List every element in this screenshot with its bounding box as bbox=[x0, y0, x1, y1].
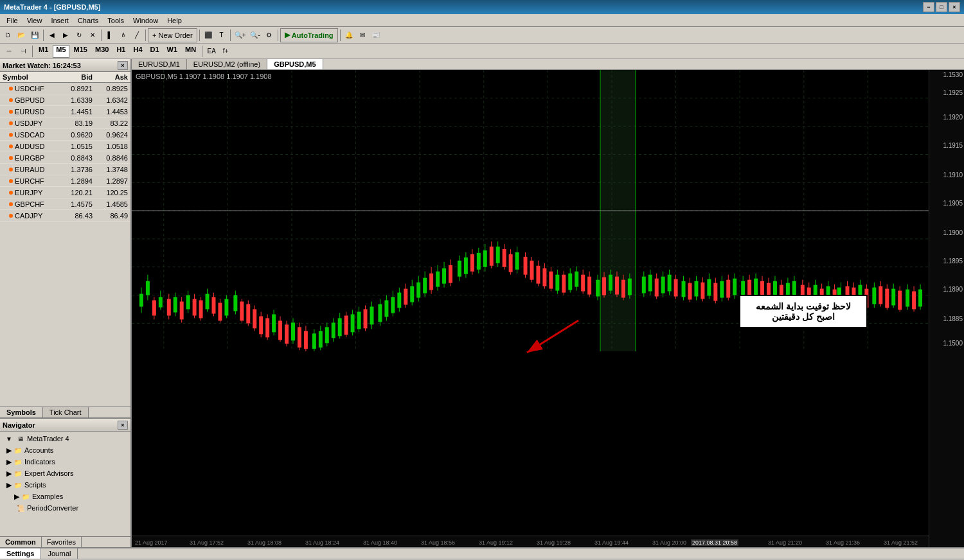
tf-m30[interactable]: M30 bbox=[92, 45, 112, 58]
nav-item-accounts[interactable]: ▶📁Accounts bbox=[1, 444, 129, 456]
refresh-btn[interactable]: ↻ bbox=[73, 28, 85, 42]
mw-row-eurusd[interactable]: EURUSD 1.4451 1.4453 bbox=[0, 106, 130, 118]
nav-item-indicators[interactable]: ▶📁Indicators bbox=[1, 456, 129, 468]
sep1 bbox=[43, 30, 44, 41]
mw-row-eurchf[interactable]: EURCHF 1.2894 1.2897 bbox=[0, 175, 130, 187]
autotrading-btn[interactable]: ▶ AutoTrading bbox=[280, 28, 338, 42]
chart-candle-btn[interactable]: 🕯 bbox=[117, 28, 130, 42]
menu-tools[interactable]: Tools bbox=[103, 16, 128, 25]
sep2 bbox=[101, 30, 102, 41]
tf-d1[interactable]: D1 bbox=[147, 45, 163, 58]
mw-symbol-name: EURCHF bbox=[0, 177, 60, 185]
sep3 bbox=[145, 30, 146, 41]
zoom-out-btn[interactable]: 🔍- bbox=[248, 28, 262, 42]
mw-row-audusd[interactable]: AUDUSD 1.0515 1.0518 bbox=[0, 141, 130, 152]
nav-item-examples[interactable]: ▶📁Examples bbox=[1, 491, 129, 502]
tf-mn[interactable]: MN bbox=[182, 45, 199, 58]
chart-line-btn[interactable]: ╱ bbox=[130, 28, 143, 42]
tf-h4[interactable]: H4 bbox=[130, 45, 145, 58]
mw-row-usdjpy[interactable]: USDJPY 83.19 83.22 bbox=[0, 118, 130, 129]
mw-ask-val: 86.49 bbox=[95, 212, 130, 220]
mw-row-gbpusd[interactable]: GBPUSD 1.6339 1.6342 bbox=[0, 94, 130, 106]
svg-rect-119 bbox=[458, 261, 461, 277]
nav-folder-icon: 📁 bbox=[13, 480, 23, 490]
mw-ask-val: 1.4453 bbox=[95, 108, 130, 116]
bottom-tab-journal[interactable]: Journal bbox=[41, 548, 78, 559]
tf-m1[interactable]: M1 bbox=[35, 45, 51, 58]
menu-view[interactable]: View bbox=[23, 16, 46, 25]
template-btn[interactable]: T bbox=[215, 28, 228, 42]
market-watch-tabs: Symbols Tick Chart bbox=[0, 407, 130, 417]
expert-btn[interactable]: EA bbox=[205, 44, 218, 58]
nav-tab-common[interactable]: Common bbox=[0, 537, 42, 547]
fwd-btn[interactable]: ▶ bbox=[59, 28, 72, 42]
mw-bid-val: 83.19 bbox=[60, 119, 95, 127]
mw-row-eurjpy[interactable]: EURJPY 120.21 120.25 bbox=[0, 187, 130, 198]
svg-rect-186 bbox=[674, 279, 678, 297]
menu-charts[interactable]: Charts bbox=[74, 16, 102, 25]
svg-rect-256 bbox=[906, 290, 909, 307]
tab-tick-chart[interactable]: Tick Chart bbox=[43, 407, 89, 417]
tf-w1[interactable]: W1 bbox=[164, 45, 181, 58]
stop-btn[interactable]: ✕ bbox=[86, 28, 99, 42]
annotation-arrow bbox=[514, 314, 591, 365]
mw-ask-val: 83.22 bbox=[95, 119, 130, 127]
mw-row-cadjpy[interactable]: CADJPY 86.43 86.49 bbox=[0, 210, 130, 222]
mw-row-euraud[interactable]: EURAUD 1.3736 1.3748 bbox=[0, 164, 130, 175]
nav-tab-favorites[interactable]: Favorites bbox=[42, 537, 82, 547]
tf-m5[interactable]: M5 bbox=[53, 45, 69, 58]
chart-tab-eurusd-m2[interactable]: EURUSD,M2 (offline) bbox=[187, 59, 267, 69]
tf-m15[interactable]: M15 bbox=[71, 45, 91, 58]
hline-tool[interactable]: ⊣ bbox=[17, 44, 30, 58]
mw-row-eurgbp[interactable]: EURGBP 0.8843 0.8846 bbox=[0, 152, 130, 164]
svg-rect-248 bbox=[879, 286, 882, 304]
menu-window[interactable]: Window bbox=[129, 16, 162, 25]
menu-insert[interactable]: Insert bbox=[47, 16, 73, 25]
new-order-btn[interactable]: + New Order bbox=[148, 28, 197, 42]
line-tool[interactable]: ─ bbox=[3, 44, 15, 58]
mw-symbol-name: GBPUSD bbox=[0, 96, 60, 104]
zoom-in-btn[interactable]: 🔍+ bbox=[233, 28, 248, 42]
svg-rect-53 bbox=[240, 302, 244, 321]
back-btn[interactable]: ◀ bbox=[46, 28, 58, 42]
navigator-close[interactable]: × bbox=[118, 421, 128, 430]
menu-help[interactable]: Help bbox=[163, 16, 186, 25]
close-btn[interactable]: × bbox=[949, 2, 960, 12]
market-watch-close[interactable]: × bbox=[118, 61, 128, 70]
svg-rect-43 bbox=[206, 294, 210, 310]
tf-h1[interactable]: H1 bbox=[113, 45, 129, 58]
annotation-box: لاحظ توقيت بداية الشمعه اصبح كل دقيقتين bbox=[739, 295, 868, 328]
chart-bar-btn[interactable]: ▌ bbox=[103, 28, 116, 42]
nav-tree: ▼🖥MetaTrader 4▶📁Accounts▶📁Indicators▶📁Ex… bbox=[0, 432, 130, 536]
chart-tab-gbpusd-m5[interactable]: GBPUSD,M5 bbox=[267, 59, 323, 69]
mw-row-usdchf[interactable]: USDCHF 0.8921 0.8925 bbox=[0, 83, 130, 94]
indicator-add-btn[interactable]: f+ bbox=[219, 44, 232, 58]
mw-row-usdcad[interactable]: USDCAD 0.9620 0.9624 bbox=[0, 129, 130, 141]
minimize-btn[interactable]: − bbox=[923, 2, 934, 12]
alerts-btn[interactable]: 🔔 bbox=[343, 28, 355, 42]
mail-btn[interactable]: ✉ bbox=[356, 28, 369, 42]
mw-bid-val: 0.9620 bbox=[60, 131, 95, 139]
nav-item-expert-advisors[interactable]: ▶📁Expert Advisors bbox=[1, 468, 129, 479]
bottom-tab-settings[interactable]: Settings bbox=[0, 548, 41, 559]
svg-rect-151 bbox=[562, 275, 566, 293]
open-btn[interactable]: 📂 bbox=[15, 28, 28, 42]
annotation-line2: اصبح كل دقيقتين bbox=[748, 311, 859, 322]
news-btn[interactable]: 📰 bbox=[370, 28, 382, 42]
time-19-44: 31 Aug 19:44 bbox=[594, 539, 629, 546]
new-btn[interactable]: 🗋 bbox=[1, 28, 14, 42]
mw-row-gbpchf[interactable]: GBPCHF 1.4575 1.4585 bbox=[0, 198, 130, 210]
indicators-btn[interactable]: ⬛ bbox=[202, 28, 215, 42]
maximize-btn[interactable]: □ bbox=[936, 2, 947, 12]
mw-ask-val: 0.8925 bbox=[95, 85, 130, 92]
chart-tab-eurusd-m1[interactable]: EURUSD,M1 bbox=[132, 59, 187, 69]
properties-btn[interactable]: ⚙ bbox=[263, 28, 276, 42]
menu-file[interactable]: File bbox=[3, 16, 22, 25]
save-btn[interactable]: 💾 bbox=[28, 28, 41, 42]
tab-symbols[interactable]: Symbols bbox=[0, 407, 43, 417]
nav-item-metatrader-4[interactable]: ▼🖥MetaTrader 4 bbox=[1, 433, 129, 444]
tsep1 bbox=[32, 46, 33, 57]
nav-item-scripts[interactable]: ▶📁Scripts bbox=[1, 479, 129, 491]
nav-item-periodconverter[interactable]: 📜PeriodConverter bbox=[1, 502, 129, 514]
price-1530: 1.1530 bbox=[943, 71, 963, 78]
